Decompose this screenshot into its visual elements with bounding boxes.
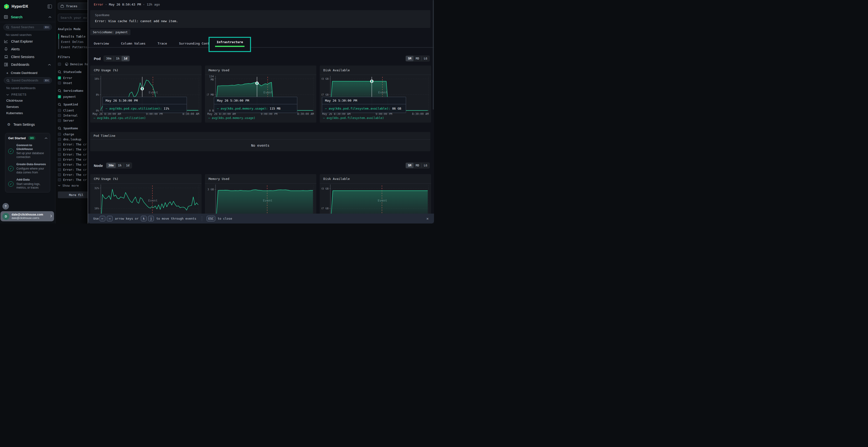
tab-column-values[interactable]: Column Values	[121, 42, 146, 45]
filter-option-label: Error	[63, 76, 72, 80]
mode-rail-active-indicator	[58, 34, 59, 39]
get-started-item[interactable]: ✓Connect to ClickHouseSet up your databa…	[8, 143, 48, 159]
checkbox-icon	[58, 114, 61, 117]
filter-option-client[interactable]: Client	[58, 108, 88, 113]
filter-option-dns-lookup[interactable]: dns.lookup	[58, 137, 88, 142]
node-range-1d[interactable]: 1d	[124, 163, 132, 168]
preset-kubernetes[interactable]: Kubernetes	[4, 110, 52, 116]
filter-option-internal[interactable]: Internal	[58, 113, 88, 118]
chart-tooltip: May 26 5:30:00 PM— avg(k8s.pod.memory.us…	[214, 97, 297, 113]
filter-option-error-the-cr[interactable]: Error: The cr	[58, 157, 88, 162]
keyboard-shortcuts-bar: Use ← → arrow keys or k j to move throug…	[88, 214, 434, 224]
chart-legend: —avg(k8s.pod.filesystem.available)	[320, 116, 431, 120]
tab-overview[interactable]: Overview	[94, 42, 109, 45]
filter-group-label: StatusCode	[63, 70, 82, 74]
tab-infrastructure[interactable]: Infrastructure	[217, 40, 243, 44]
sidebar-item-alerts[interactable]: Alerts	[3, 45, 52, 53]
analysis-mode-event-patterns[interactable]: Event Patterns	[61, 44, 88, 49]
filter-option-error-the-cr[interactable]: Error: The cr	[58, 147, 88, 152]
pod-size-md[interactable]: MD	[413, 56, 421, 61]
analysis-mode-results-table[interactable]: Results Table	[61, 34, 88, 39]
filter-option-label: Server	[63, 119, 74, 122]
chevron-up-icon[interactable]	[49, 15, 51, 19]
svg-text:134MB: 134MB	[209, 75, 214, 81]
pod-timeline-card: Pod Timeline No events	[90, 132, 430, 151]
get-started-item[interactable]: ✓Add DataStart sending logs, metrics, or…	[8, 178, 48, 190]
source-select[interactable]: Traces	[58, 3, 88, 10]
sidebar-item-team-settings[interactable]: ⚙ Team Settings	[3, 116, 52, 128]
close-icon[interactable]: ✕	[426, 216, 429, 221]
span-name-label: SpanName	[95, 13, 426, 17]
filter-option-error-the-cr[interactable]: Error: The cr	[58, 167, 88, 172]
chart-plot-area[interactable]: 16%8%0%EventMay 26 8:30:00 AM9:00:00 PM8…	[90, 75, 202, 120]
node-size-md[interactable]: MD	[413, 163, 421, 168]
filter-option-unset[interactable]: Unset	[58, 80, 88, 85]
help-button[interactable]: ?	[2, 203, 9, 209]
preset-services[interactable]: Services	[4, 104, 52, 110]
tab-bar: OverviewColumn ValuesTraceSurrounding Co…	[88, 39, 434, 48]
node-range-30m[interactable]: 30m	[106, 163, 116, 168]
sidebar-item-search[interactable]: Search	[0, 11, 55, 22]
chevron-up-icon[interactable]	[48, 63, 51, 66]
pod-size-sm[interactable]: SM	[406, 56, 413, 61]
sidebar-collapse-icon[interactable]	[48, 5, 52, 8]
filter-option-error-the-cr[interactable]: Error: The cr	[58, 172, 88, 177]
analysis-mode-event-deltas[interactable]: Event Deltas	[61, 39, 88, 44]
filter-option-error-the-cr[interactable]: Error: The cr	[58, 142, 88, 147]
chart-plot-area[interactable]: 93 GB47 GB0 BEventMay 26 8:30:00 AM9:00:…	[320, 75, 431, 120]
sidebar: ⚡ HyperDX Search Saved Searches ⌘K No sa…	[0, 0, 56, 224]
filter-option-error[interactable]: ✓Error	[58, 75, 88, 80]
get-started-title: Get Started	[8, 136, 26, 140]
show-more-button[interactable]: Show more	[58, 184, 88, 187]
chart-plot-area[interactable]: 134MB67 MB0 BEventMay 26 8:30:00 AM9:00:…	[205, 75, 316, 120]
pod-range-1h[interactable]: 1h	[114, 56, 122, 61]
plus-icon: +	[6, 71, 8, 75]
filter-option-payment[interactable]: ✓payment	[58, 94, 88, 99]
sidebar-item-client-sessions[interactable]: Client Sessions	[3, 53, 52, 61]
preset-clickhouse[interactable]: ClickHouse	[4, 97, 52, 104]
user-menu[interactable]: D dale@clickhouse.com dale@clickhouse.co…	[0, 211, 54, 221]
checkbox-icon	[58, 178, 61, 181]
create-dashboard-button[interactable]: + Create Dashboard	[4, 68, 52, 77]
chart-legend: —avg(k8s.pod.memory.usage)	[205, 116, 316, 120]
span-name-value: Error: Visa cache full: cannot add new i…	[95, 19, 426, 23]
more-filters-button[interactable]: More fil	[58, 192, 88, 198]
event-search-input[interactable]	[58, 14, 88, 22]
filter-option-charge[interactable]: charge	[58, 132, 88, 137]
node-size-lg[interactable]: LG	[422, 163, 429, 168]
service-name-chip[interactable]: ServiceName: payment	[90, 29, 130, 35]
pod-range-1d[interactable]: 1d	[122, 56, 129, 61]
node-range-1h[interactable]: 1h	[116, 163, 123, 168]
node-size-sm[interactable]: SM	[406, 163, 413, 168]
tab-trace[interactable]: Trace	[157, 42, 167, 45]
span-name-card: SpanName Error: Visa cache full: cannot …	[90, 10, 430, 28]
denoise-label: Denoise Re	[70, 62, 88, 66]
filter-option-error-the-cr[interactable]: Error: The cr	[58, 177, 88, 182]
get-started-card: Get Started 3/3 ✓Connect to ClickHouseSe…	[5, 133, 50, 193]
tooltip-series-value: — avg(k8s.pod.memory.usage): 115 MB	[214, 104, 297, 113]
sidebar-item-chart-explorer[interactable]: Chart Explorer	[3, 38, 52, 45]
saved-searches-input[interactable]: Saved Searches ⌘K	[3, 24, 52, 30]
esc-key: ESC	[207, 216, 215, 221]
svg-text:47 GB: 47 GB	[322, 207, 329, 210]
scrollbar[interactable]	[433, 0, 434, 110]
get-started-item-title: Add Data	[17, 178, 48, 182]
avatar: D	[2, 213, 9, 220]
denoise-results-checkbox[interactable]: Denoise Re	[58, 62, 88, 67]
filter-option-error-the-cr[interactable]: Error: The cr	[58, 162, 88, 167]
pod-size-lg[interactable]: LG	[422, 56, 429, 61]
presets-label: PRESETS	[11, 93, 27, 96]
presets-toggle[interactable]: PRESETS	[4, 91, 52, 97]
filter-option-error-the-cr[interactable]: Error: The cr	[58, 152, 88, 157]
tab-infrastructure-annotation[interactable]: Infrastructure	[209, 37, 251, 52]
svg-text:0 B: 0 B	[209, 109, 214, 112]
chevron-up-icon[interactable]	[44, 136, 48, 140]
sidebar-item-dashboards[interactable]: Dashboards	[3, 61, 52, 68]
filter-option-label: dns.lookup	[63, 138, 81, 141]
get-started-item[interactable]: ✓Create Data SourcesConfigure where your…	[8, 163, 48, 174]
filter-option-label: Error: The cr	[63, 163, 87, 166]
presets-list: ClickHouseServicesKubernetes	[4, 97, 52, 116]
filter-option-server[interactable]: Server	[58, 118, 88, 123]
pod-range-30m[interactable]: 30m	[104, 56, 114, 61]
saved-dashboards-input[interactable]: Saved Dashboards ⌘K	[4, 77, 52, 83]
